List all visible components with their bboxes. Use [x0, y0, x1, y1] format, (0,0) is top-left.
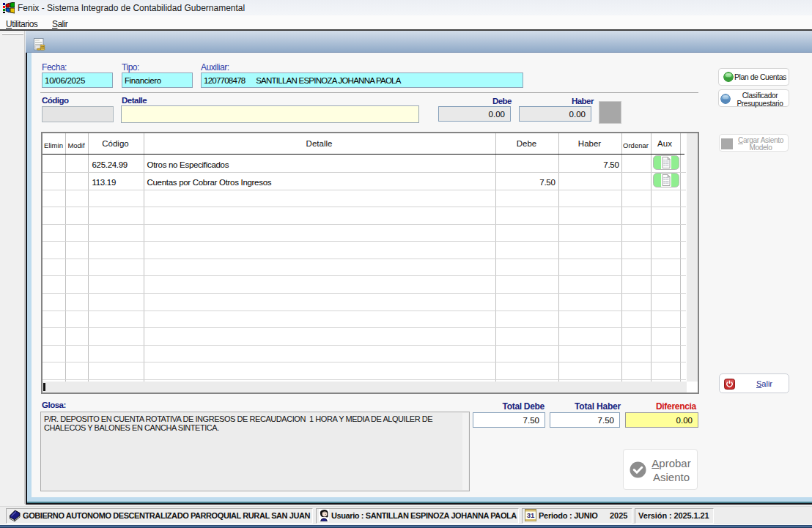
- svg-text:31: 31: [527, 511, 535, 519]
